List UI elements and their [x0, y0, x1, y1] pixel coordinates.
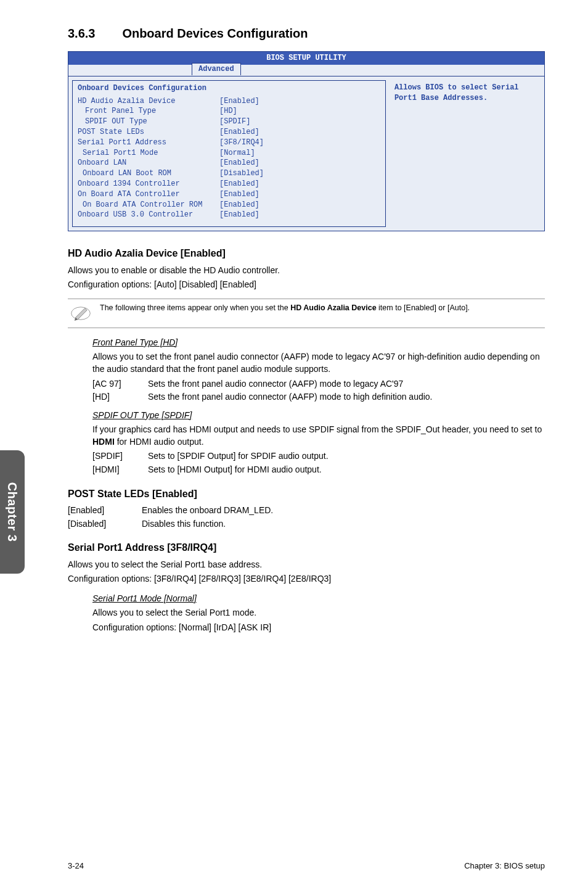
option-row: [Disabled]Disables this function.: [68, 518, 545, 530]
note-text: The following three items appear only wh…: [100, 303, 470, 314]
bios-item-row: POST State LEDs[Enabled]: [78, 127, 380, 138]
bios-item-value: [Enabled]: [219, 127, 380, 138]
serial-mode-p1: Allows you to select the Serial Port1 mo…: [92, 607, 545, 619]
bios-item-label: Serial Port1 Mode: [78, 148, 219, 159]
bios-item-label: On Board ATA Controller ROM: [78, 200, 219, 210]
front-panel-title: Front Panel Type [HD]: [92, 337, 545, 349]
page-number: 3-24: [68, 860, 84, 872]
bios-item-row: Onboard LAN Boot ROM[Disabled]: [78, 168, 380, 179]
option-key: [HDMI]: [92, 464, 148, 476]
bios-item-label: SPDIF OUT Type: [78, 117, 219, 127]
post-leds-heading: POST State LEDs [Enabled]: [68, 487, 545, 501]
bios-tab-advanced: Advanced: [192, 63, 241, 75]
bios-item-label: Onboard LAN: [78, 158, 219, 168]
option-key: [Disabled]: [68, 518, 142, 530]
section-title: Onboard Devices Configuration: [122, 25, 308, 42]
page-footer: 3-24 Chapter 3: BIOS setup: [68, 860, 545, 872]
bios-panel: BIOS SETUP UTILITY Advanced Onboard Devi…: [68, 51, 545, 231]
bios-item-row: Onboard LAN[Enabled]: [78, 158, 380, 168]
spdif-desc-b: for HDMI audio output.: [115, 437, 204, 447]
option-row: [HD]Sets the front panel audio connector…: [92, 391, 545, 403]
bios-item-label: Onboard USB 3.0 Controller: [78, 210, 219, 220]
hd-audio-heading: HD Audio Azalia Device [Enabled]: [68, 247, 545, 260]
serial-port-p1: Allows you to select the Serial Port1 ba…: [68, 559, 545, 571]
bios-item-row: Serial Port1 Address[3F8/IRQ4]: [78, 138, 380, 148]
bios-item-value: [Enabled]: [219, 158, 380, 168]
pencil-icon: [70, 303, 91, 324]
bios-item-value: [SPDIF]: [219, 117, 380, 127]
option-row: [Enabled]Enables the onboard DRAM_LED.: [68, 505, 545, 517]
option-key: [Enabled]: [68, 505, 142, 517]
bios-header: BIOS SETUP UTILITY Advanced: [68, 52, 544, 65]
bios-item-label: Serial Port1 Address: [78, 138, 219, 148]
serial-port-p2: Configuration options: [3F8/IRQ4] [2F8/I…: [68, 573, 545, 585]
bios-item-row: On Board ATA Controller[Enabled]: [78, 189, 380, 200]
bios-item-row: On Board ATA Controller ROM[Enabled]: [78, 200, 380, 210]
section-number: 3.6.3: [68, 25, 95, 42]
bios-item-label: HD Audio Azalia Device: [78, 96, 219, 107]
bios-item-row: Onboard 1394 Controller[Enabled]: [78, 179, 380, 189]
chapter-side-tab-label: Chapter 3: [4, 482, 21, 542]
bios-item-value: [Enabled]: [219, 189, 380, 200]
option-value: Sets the front panel audio connector (AA…: [148, 391, 433, 403]
note-text-b: item to [Enabled] or [Auto].: [377, 303, 470, 312]
option-value: Sets the front panel audio connector (AA…: [148, 378, 403, 390]
serial-port-heading: Serial Port1 Address [3F8/IRQ4]: [68, 541, 545, 555]
spdif-desc-a: If your graphics card has HDMI output an…: [92, 424, 542, 434]
bios-item-row: Front Panel Type[HD]: [78, 106, 380, 117]
bios-item-label: Front Panel Type: [78, 106, 219, 117]
note-box: The following three items appear only wh…: [68, 299, 545, 328]
bios-item-value: [Normal]: [219, 148, 380, 159]
bios-item-label: On Board ATA Controller: [78, 189, 219, 200]
bios-left-pane: Onboard Devices Configuration HD Audio A…: [72, 80, 386, 227]
chapter-side-tab: Chapter 3: [0, 450, 25, 574]
option-value: Disables this function.: [142, 518, 226, 530]
spdif-desc: If your graphics card has HDMI output an…: [92, 424, 545, 448]
serial-mode-title: Serial Port1 Mode [Normal]: [92, 593, 545, 605]
bios-item-value: [3F8/IRQ4]: [219, 138, 380, 148]
bios-help-pane: Allows BIOS to select Serial Port1 Base …: [390, 80, 541, 227]
bios-item-label: Onboard 1394 Controller: [78, 179, 219, 189]
bios-item-value: [Enabled]: [219, 179, 380, 189]
bios-item-label: Onboard LAN Boot ROM: [78, 168, 219, 179]
bios-item-row: Serial Port1 Mode[Normal]: [78, 148, 380, 159]
spdif-desc-bold: HDMI: [92, 437, 115, 447]
option-key: [AC 97]: [92, 378, 148, 390]
front-panel-desc: Allows you to set the front panel audio …: [92, 351, 545, 375]
option-key: [HD]: [92, 391, 148, 403]
hd-audio-p2: Configuration options: [Auto] [Disabled]…: [68, 279, 545, 291]
option-key: [SPDIF]: [92, 450, 148, 463]
bios-item-row: SPDIF OUT Type[SPDIF]: [78, 117, 380, 127]
bios-item-value: [Disabled]: [219, 168, 380, 179]
footer-chapter: Chapter 3: BIOS setup: [464, 860, 545, 872]
bios-item-value: [HD]: [219, 106, 380, 117]
bios-item-value: [Enabled]: [219, 200, 380, 210]
serial-mode-p2: Configuration options: [Normal] [IrDA] […: [92, 622, 545, 634]
bios-header-text: BIOS SETUP UTILITY: [266, 54, 346, 62]
note-text-a: The following three items appear only wh…: [100, 303, 290, 312]
bios-item-value: [Enabled]: [219, 210, 380, 220]
option-row: [HDMI]Sets to [HDMI Output] for HDMI aud…: [92, 464, 545, 476]
note-text-bold: HD Audio Azalia Device: [290, 303, 376, 312]
bios-item-row: Onboard USB 3.0 Controller[Enabled]: [78, 210, 380, 220]
bios-item-row: HD Audio Azalia Device[Enabled]: [78, 96, 380, 107]
option-value: Sets to [SPDIF Output] for SPDIF audio o…: [148, 450, 329, 463]
option-value: Enables the onboard DRAM_LED.: [142, 505, 273, 517]
bios-item-label: POST State LEDs: [78, 127, 219, 138]
hd-audio-p1: Allows you to enable or disable the HD A…: [68, 265, 545, 277]
option-row: [AC 97]Sets the front panel audio connec…: [92, 378, 545, 390]
option-row: [SPDIF]Sets to [SPDIF Output] for SPDIF …: [92, 450, 545, 463]
bios-left-title: Onboard Devices Configuration: [78, 83, 380, 94]
spdif-title: SPDIF OUT Type [SPDIF]: [92, 410, 545, 422]
option-value: Sets to [HDMI Output] for HDMI audio out…: [148, 464, 322, 476]
bios-item-value: [Enabled]: [219, 96, 380, 107]
